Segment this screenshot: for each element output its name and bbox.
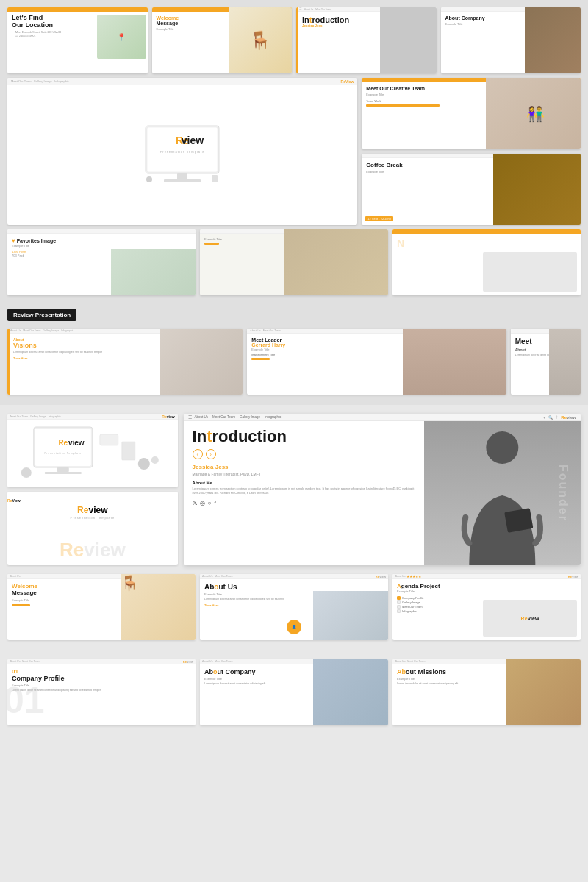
review-small-logo: Review Presentation Template	[70, 503, 115, 520]
slide-agenda[interactable]: About Us ★★★★★ ReView Agenda Project Exa…	[392, 574, 581, 640]
photo-area-ac2	[313, 659, 388, 725]
slide-about-company-2[interactable]: About Us Meet Our Team ReView About Comp…	[200, 659, 388, 725]
intro-text-section: Introduction ‹ › Jessica Jess Marriage &…	[184, 421, 425, 565]
team-photo-placeholder: 👫	[486, 78, 581, 149]
nav-icons-main: ♥ 🔍 ⤴ Review	[543, 415, 576, 420]
room-image-placeholder	[284, 229, 388, 295]
coffee-photo-placeholder	[493, 154, 581, 225]
heart-icon: ♥	[12, 237, 15, 244]
brand-about: ReView	[376, 575, 386, 578]
prev-button[interactable]: ‹	[193, 449, 203, 459]
svg-rect-14	[57, 467, 69, 472]
nav-items-about: About Us Meet Our Team	[202, 575, 232, 578]
slide-review-watermark[interactable]: ReView Review Review Presentation Templa…	[7, 492, 178, 565]
slide-company-profile[interactable]: About Us Meet Our Team ReView 01 01 Comp…	[7, 659, 196, 725]
nav-items-small: Meet Our Team Gallery Image Infographic	[10, 415, 61, 418]
nav-items-leader: About Us Meet Our Team	[250, 329, 280, 332]
svg-point-20	[151, 456, 159, 464]
svg-rect-6	[164, 179, 201, 182]
slide-meet-right[interactable]: ReView Meet About Lorem ipsum dolor sit …	[511, 329, 581, 395]
final-slide-row: About Us Meet Our Team ReView 01 01 Comp…	[7, 659, 581, 725]
slide-nav-small-top: Meet Our Team Gallery Image Infographic …	[7, 414, 178, 420]
slide-interior[interactable]: ReView Example Title	[200, 229, 388, 295]
slide-review-main[interactable]: Meet Our Team Gallery Image Infographic …	[7, 78, 357, 225]
nav-items-ac2: About Us Meet Our Team	[202, 660, 232, 663]
svg-rect-17	[100, 434, 118, 445]
instagram-icon[interactable]: ○	[208, 500, 212, 506]
section-bottom-rows: About Us ReView Welcome Message Example …	[0, 574, 588, 650]
svg-rect-10	[35, 429, 91, 466]
desktop-monitor-icon: Re view Presentation Template	[135, 122, 230, 188]
nav-items-w2: About Us	[10, 575, 20, 578]
review-mini-brand: ReView	[521, 616, 539, 621]
nav-menu-icon: ☰	[299, 8, 302, 11]
check-item-1: Company Profile	[397, 596, 576, 600]
slide-introduction-main[interactable]: ☰ About Us Meet Our Team Gallery Image I…	[184, 414, 581, 565]
watermark-area: Review	[7, 539, 178, 562]
laptop-desk-placeholder: ReView	[483, 600, 577, 637]
svg-text:view: view	[182, 135, 204, 146]
big-left-col: Meet Our Team Gallery Image Infographic …	[7, 414, 178, 565]
facebook-icon[interactable]: f	[214, 500, 215, 506]
next-button[interactable]: ›	[206, 449, 216, 459]
coffee-tag: 12 Sept - 22 John	[365, 216, 393, 221]
heart-icon-nav: ♥	[543, 415, 545, 420]
slide-title-creative-team: Meet Our Creative Team	[366, 86, 481, 91]
main-nav-links: About Us Meet Our Team Gallery Image Inf…	[195, 415, 282, 419]
founder-text: Founder	[556, 465, 570, 522]
big-preview-row: Meet Our Team Gallery Image Infographic …	[7, 414, 581, 565]
slide-review-small-top[interactable]: Meet Our Team Gallery Image Infographic …	[7, 414, 178, 487]
slide-find-location[interactable]: Let's Find Our Location Meet Example Str…	[7, 7, 148, 74]
slide-coffee-break[interactable]: ReView Coffee Break Example Title 12 Sep…	[362, 154, 581, 225]
slide-number-label: 01	[12, 668, 191, 675]
slide-laptop[interactable]: N	[392, 229, 581, 295]
svg-text:Re: Re	[58, 439, 68, 447]
review-logo-area: Re view Presentation Template	[7, 85, 357, 225]
interior-placeholder	[525, 7, 581, 74]
svg-rect-8	[212, 175, 218, 182]
twitter-icon[interactable]: 𝕏	[193, 500, 197, 506]
whatsapp-icon[interactable]: ◎	[200, 500, 205, 506]
svg-text:Presentation Template: Presentation Template	[160, 150, 205, 154]
slide-favorites[interactable]: ♥ Favorites Image Example Title 1390 Pos…	[7, 229, 196, 295]
title-about-us: About Us	[204, 583, 384, 591]
slide-about-missions[interactable]: About Us Meet Our Team ReView About Miss…	[392, 659, 581, 725]
main-content-area: Introduction ‹ › Jessica Jess Marriage &…	[184, 421, 581, 565]
slide-meet-leader[interactable]: About Us Meet Our Team ReView Meet Leade…	[247, 329, 506, 395]
slide-row-4: About Us Meet Our Team Gallery Image Inf…	[7, 329, 581, 395]
nav-brand-small: Review	[162, 415, 174, 419]
svg-point-16	[21, 467, 32, 478]
brand-cp: ReView	[183, 660, 193, 664]
svg-point-7	[146, 176, 152, 182]
nav-items-label: Meet Our Team Gallery Image Infographic	[11, 79, 69, 83]
person-placeholder-intro	[380, 7, 436, 74]
section-final: About Us Meet Our Team ReView 01 01 Comp…	[0, 650, 588, 733]
nav-item: About Us	[304, 8, 313, 11]
slide-about-visions[interactable]: About Us Meet Our Team Gallery Image Inf…	[7, 329, 243, 395]
right-slide-stack: Meet Our Creative Team Example Title Tea…	[362, 78, 581, 225]
slide-welcome[interactable]: Welcome Message Example Title 🪑	[152, 7, 293, 74]
section-visions: About Us Meet Our Team Gallery Image Inf…	[0, 324, 588, 405]
slide-creative-team[interactable]: Meet Our Creative Team Example Title Tea…	[362, 78, 581, 149]
social-icons-area: 𝕏 ◎ ○ f	[193, 500, 416, 506]
brand-agenda: ReView	[568, 575, 578, 578]
person-name-main: Jessica Jess	[193, 464, 416, 470]
slide-welcome-2[interactable]: About Us ReView Welcome Message Example …	[7, 574, 196, 640]
nav-items-visions: About Us Meet Our Team Gallery Image Inf…	[10, 329, 74, 332]
slide-title-favorites: Favorites Image	[17, 238, 56, 243]
slide-about-company-top[interactable]: Review About Company Example Title	[441, 7, 581, 74]
watermark-re: Review	[60, 539, 126, 561]
chair-icon: 🪑	[249, 30, 271, 51]
section-label: Review Presentation	[0, 306, 588, 324]
nav-item: Meet Our Team	[315, 8, 331, 11]
nav-buttons-area: ‹ ›	[193, 449, 416, 459]
svg-rect-22	[505, 508, 534, 533]
slide-about-us[interactable]: About Us Meet Our Team ReView About Us E…	[200, 574, 388, 640]
share-icon-nav: ⤴	[556, 415, 558, 420]
slide-introduction[interactable]: ☰ About Us Meet Our Team Review Introduc…	[296, 7, 437, 74]
nav-brand-watermark: ReView	[7, 498, 21, 503]
search-icon-nav: 🔍	[548, 415, 553, 420]
fav-image-placeholder	[111, 249, 196, 295]
nav-items-cp: About Us Meet Our Team	[10, 660, 40, 663]
mini-nav-about: About Us Meet Our Team ReView	[200, 574, 388, 579]
